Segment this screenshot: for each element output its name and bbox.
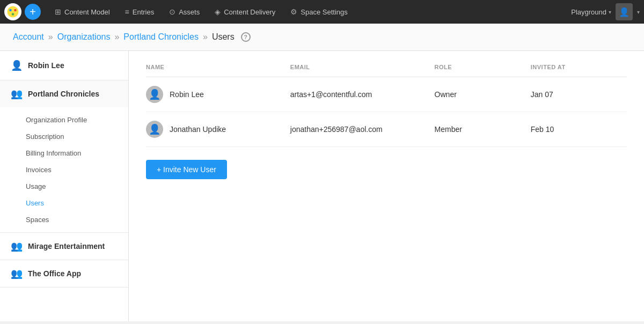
col-header-email: EMAIL (290, 64, 435, 77)
user-name-cell-robin: 👤 Robin Lee (146, 77, 290, 112)
nav-items: ⊞ Content Model ≡ Entries ⊙ Assets ◈ Con… (47, 0, 571, 24)
sidebar-org-mirage-icon: 👥 (11, 240, 23, 252)
svg-point-0 (8, 6, 19, 18)
breadcrumb: Account » Organizations » Portland Chron… (0, 24, 644, 51)
breadcrumb-organizations[interactable]: Organizations (57, 32, 111, 42)
breadcrumb-current: Users (212, 32, 235, 42)
col-header-role: ROLE (435, 64, 531, 77)
main-panel: NAME EMAIL ROLE INVITED AT 👤 (129, 51, 644, 321)
entries-icon: ≡ (125, 8, 129, 16)
col-header-invited: INVITED AT (531, 64, 627, 77)
sidebar-org-office-name: The Office App (28, 269, 81, 278)
table-row: 👤 Robin Lee artas+1@contentful.com Owner… (146, 77, 627, 112)
user-name-robin: Robin Lee (170, 90, 204, 99)
top-navigation: + ⊞ Content Model ≡ Entries ⊙ Assets ◈ C… (0, 0, 644, 24)
user-avatar-button[interactable]: 👤 (616, 3, 633, 20)
content-model-icon: ⊞ (55, 8, 61, 16)
users-table: NAME EMAIL ROLE INVITED AT 👤 (146, 64, 627, 147)
sidebar-org-office-app: 👥 The Office App (0, 260, 128, 288)
user-cell-jonathan: 👤 Jonathan Updike (146, 121, 282, 138)
playground-chevron: ▾ (609, 9, 611, 15)
main-wrapper: Account » Organizations » Portland Chron… (0, 24, 644, 324)
user-avatar-icon: 👤 (619, 7, 630, 17)
nav-space-settings[interactable]: ⚙ Space Settings (283, 0, 355, 24)
sidebar-item-billing[interactable]: Billing Information (0, 145, 128, 161)
nav-right: Playground ▾ 👤 ▾ (571, 3, 640, 20)
user-role-robin: Owner (435, 77, 531, 112)
assets-icon: ⊙ (169, 8, 175, 16)
user-avatar-robin: 👤 (146, 86, 163, 103)
sidebar-item-usage[interactable]: Usage (0, 178, 128, 195)
sidebar-menu-portland: Organization Profile Subscription Billin… (0, 107, 128, 232)
breadcrumb-portland-chronicles[interactable]: Portland Chronicles (123, 32, 199, 42)
user-invited-robin: Jan 07 (531, 77, 627, 112)
table-header-row: NAME EMAIL ROLE INVITED AT (146, 64, 627, 77)
breadcrumb-sep-3: » (203, 32, 208, 42)
breadcrumb-account[interactable]: Account (13, 32, 44, 42)
sidebar-item-subscription[interactable]: Subscription (0, 128, 128, 145)
sidebar-org-portland-icon: 👥 (11, 88, 23, 100)
user-email-jonathan: jonathan+256987@aol.com (290, 112, 435, 147)
user-email-robin: artas+1@contentful.com (290, 77, 435, 112)
add-button[interactable]: + (25, 4, 41, 20)
svg-point-2 (14, 9, 17, 12)
space-settings-icon: ⚙ (290, 8, 297, 16)
svg-point-1 (9, 9, 12, 12)
user-cell-robin: 👤 Robin Lee (146, 86, 282, 103)
content-layout: 👤 Robin Lee 👥 Portland Chronicles Organi… (0, 51, 644, 321)
sidebar-item-spaces[interactable]: Spaces (0, 211, 128, 228)
sidebar-org-office-icon: 👥 (11, 268, 23, 279)
breadcrumb-sep-2: » (114, 32, 119, 42)
sidebar-org-mirage-name: Mirage Entertainment (28, 242, 105, 251)
user-invited-jonathan: Feb 10 (531, 112, 627, 147)
sidebar-item-org-profile[interactable]: Organization Profile (0, 112, 128, 128)
user-avatar-jonathan: 👤 (146, 121, 163, 138)
help-icon[interactable]: ? (241, 32, 251, 42)
nav-content-delivery[interactable]: ◈ Content Delivery (207, 0, 283, 24)
sidebar-user-name: Robin Lee (28, 61, 64, 70)
avatar-icon-jonathan: 👤 (149, 123, 160, 135)
nav-entries[interactable]: ≡ Entries (118, 0, 162, 24)
logo-area: + (4, 3, 41, 20)
sidebar: 👤 Robin Lee 👥 Portland Chronicles Organi… (0, 51, 129, 321)
svg-point-3 (12, 13, 14, 16)
playground-button[interactable]: Playground ▾ (571, 8, 611, 16)
col-header-name: NAME (146, 64, 290, 77)
sidebar-org-portland-chronicles: 👥 Portland Chronicles Organization Profi… (0, 80, 128, 233)
sidebar-item-user[interactable]: 👤 Robin Lee (0, 51, 128, 80)
avatar-icon-robin: 👤 (149, 89, 160, 100)
user-name-jonathan: Jonathan Updike (170, 125, 226, 134)
sidebar-org-office-app-header[interactable]: 👥 The Office App (0, 260, 128, 287)
sidebar-org-mirage: 👥 Mirage Entertainment (0, 233, 128, 260)
sidebar-user-icon: 👤 (11, 60, 23, 71)
sidebar-org-mirage-header[interactable]: 👥 Mirage Entertainment (0, 233, 128, 260)
breadcrumb-sep-1: » (48, 32, 53, 42)
user-name-cell-jonathan: 👤 Jonathan Updike (146, 112, 290, 147)
sidebar-item-users[interactable]: Users (0, 195, 128, 211)
sidebar-org-portland-name: Portland Chronicles (28, 90, 99, 98)
user-chevron: ▾ (637, 9, 640, 15)
invite-new-user-button[interactable]: + Invite New User (146, 160, 227, 179)
user-role-jonathan: Member (435, 112, 531, 147)
contentful-logo[interactable] (4, 3, 21, 20)
sidebar-item-invoices[interactable]: Invoices (0, 161, 128, 178)
table-row: 👤 Jonathan Updike jonathan+256987@aol.co… (146, 112, 627, 147)
nav-content-model[interactable]: ⊞ Content Model (47, 0, 118, 24)
sidebar-org-portland-chronicles-header[interactable]: 👥 Portland Chronicles (0, 80, 128, 107)
nav-assets[interactable]: ⊙ Assets (162, 0, 207, 24)
content-delivery-icon: ◈ (215, 8, 221, 16)
